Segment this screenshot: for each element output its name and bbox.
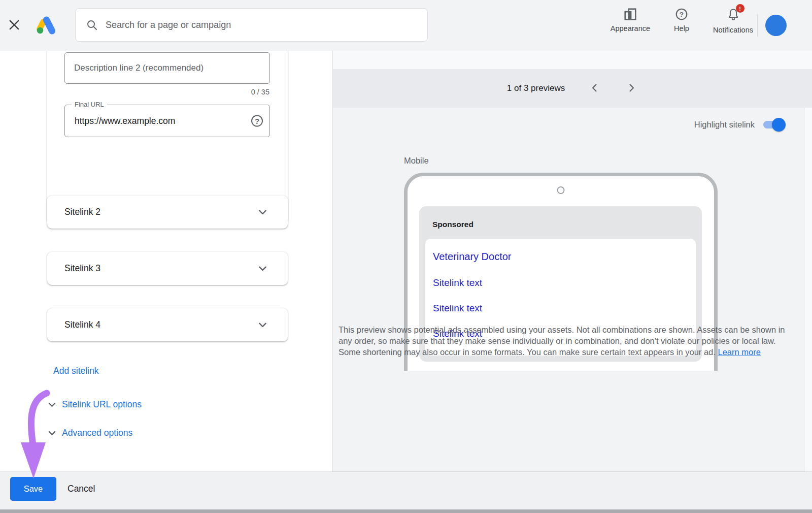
sitelink-3-label: Sitelink 3 [64,263,100,274]
sponsored-label: Sponsored [432,220,473,229]
final-url-label: Final URL [72,101,107,108]
bell-wrap: ! [727,8,740,22]
google-ads-asset-editor: Appearance ? Help ! Notifications 0 / 35… [0,0,812,513]
advanced-options-label: Advanced options [62,428,132,438]
highlight-sitelink-row: Highlight sitelink [694,120,784,130]
highlight-sitelink-toggle[interactable] [763,121,784,129]
device-label: Mobile [404,156,429,166]
window-bottom-edge [0,509,812,513]
search-input[interactable] [106,20,417,30]
advanced-options-toggle[interactable]: Advanced options [46,427,132,439]
topbar-divider [757,14,758,37]
close-icon [7,18,21,32]
chevron-right-icon [625,82,637,94]
help-icon: ? [675,8,688,21]
svg-text:?: ? [680,11,684,18]
sitelink-4-card[interactable]: Sitelink 4 [47,308,288,341]
learn-more-link[interactable]: Learn more [718,347,760,357]
sitelink-4-label: Sitelink 4 [64,319,100,330]
topbar-actions: Appearance ? Help ! Notifications [611,8,753,34]
preview-disclaimer: This preview shows potential ads assembl… [339,324,785,358]
avatar[interactable] [765,15,787,36]
final-url-input[interactable] [65,105,269,137]
toggle-knob [772,118,786,132]
ad-sitelink-link: Sitelink text [433,277,482,288]
appearance-icon [624,8,637,21]
add-sitelink-link[interactable]: Add sitelink [53,366,99,376]
description-line-2-input[interactable] [64,52,270,84]
sitelink-3-card[interactable]: Sitelink 3 [47,252,288,285]
chevron-down-icon [46,427,58,439]
chevron-down-icon [46,398,58,411]
previous-preview-button[interactable] [588,82,601,95]
notifications-label: Notifications [713,26,753,34]
sitelink-2-card[interactable]: Sitelink 2 [47,196,288,229]
cancel-button[interactable]: Cancel [67,472,95,506]
char-counter: 0 / 35 [251,88,269,96]
pager-label: 1 of 3 previews [507,83,565,93]
ad-sitelink-link: Sitelink text [433,303,482,314]
sitelink-url-options-label: Sitelink URL options [62,399,142,410]
chevron-down-icon [256,262,269,275]
appearance-button[interactable]: Appearance [611,8,650,33]
help-button[interactable]: ? Help [665,8,698,33]
notification-badge: ! [736,4,745,13]
preview-panel: 1 of 3 previews Highlight sitelink Mobil… [333,51,812,472]
chevron-down-icon [256,205,269,219]
chevron-down-icon [256,318,269,332]
chevron-left-icon [589,82,601,94]
notifications-button[interactable]: ! Notifications [713,8,753,34]
save-button[interactable]: Save [10,477,56,501]
footer-bar: Save Cancel [0,472,812,509]
asset-editor-panel: 0 / 35 Final URL ? Sitelink 2 Sitelink 3… [0,51,333,472]
next-preview-button[interactable] [625,82,638,95]
final-url-field: Final URL ? [64,105,270,137]
search-icon [86,19,98,31]
close-button[interactable] [6,17,22,34]
sitelink-2-label: Sitelink 2 [64,207,100,217]
appearance-label: Appearance [611,24,650,33]
ad-title-link: Veterinary Doctor [433,251,512,263]
top-bar: Appearance ? Help ! Notifications [0,0,812,51]
preview-pager: 1 of 3 previews [333,69,812,108]
sitelink-url-options-toggle[interactable]: Sitelink URL options [46,398,142,411]
phone-camera [557,186,565,194]
help-label: Help [674,24,689,33]
search-bar[interactable] [75,8,428,42]
google-ads-logo [35,14,58,37]
highlight-sitelink-label: Highlight sitelink [694,120,755,130]
final-url-help-icon[interactable]: ? [251,115,263,127]
